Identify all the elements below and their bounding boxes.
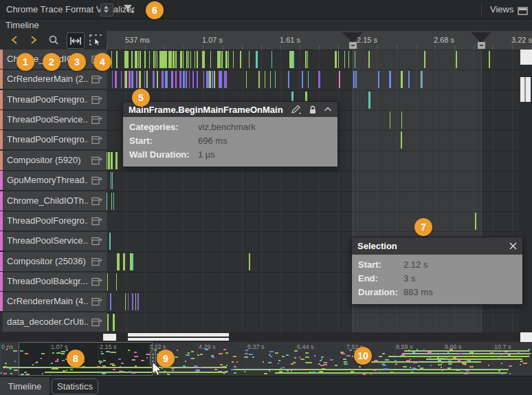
tab-statistics[interactable]: Statistics xyxy=(52,378,98,394)
trace-event[interactable] xyxy=(159,51,161,68)
trace-event[interactable] xyxy=(226,51,227,68)
trace-event[interactable] xyxy=(348,51,349,68)
trace-event[interactable] xyxy=(339,71,340,88)
trace-event[interactable] xyxy=(240,51,241,68)
trace-event[interactable] xyxy=(116,273,117,290)
trace-event[interactable] xyxy=(117,51,118,68)
trace-event[interactable] xyxy=(219,71,220,88)
trace-event[interactable] xyxy=(115,71,115,88)
tab-timeline[interactable]: Timeline xyxy=(0,377,49,395)
trace-event[interactable] xyxy=(249,51,250,68)
trace-event[interactable] xyxy=(192,71,194,88)
expand-track-button[interactable] xyxy=(91,135,102,147)
trace-event[interactable] xyxy=(173,51,175,68)
expand-track-button[interactable] xyxy=(91,297,102,309)
trace-event[interactable] xyxy=(338,51,339,68)
trace-event[interactable] xyxy=(368,51,370,68)
trace-event[interactable] xyxy=(169,51,171,68)
trace-event[interactable] xyxy=(131,71,133,88)
selection-popup-titlebar[interactable]: Selection xyxy=(352,237,522,255)
trace-event[interactable] xyxy=(389,71,391,88)
selection-handle-right-knob[interactable] xyxy=(478,42,485,49)
trace-event[interactable] xyxy=(113,314,115,331)
trace-event[interactable] xyxy=(165,71,167,88)
trace-event[interactable] xyxy=(355,51,355,68)
trace-event[interactable] xyxy=(288,71,289,88)
trace-event[interactable] xyxy=(183,71,185,88)
trace-event[interactable] xyxy=(125,51,127,68)
edit-title-button[interactable] xyxy=(291,105,302,114)
trace-event[interactable] xyxy=(228,51,229,68)
trace-event[interactable] xyxy=(111,152,113,169)
trace-event[interactable] xyxy=(138,51,139,68)
trace-event[interactable] xyxy=(175,51,177,68)
trace-event[interactable] xyxy=(489,51,490,68)
previous-item-button[interactable] xyxy=(6,32,23,47)
expand-track-button[interactable] xyxy=(91,95,102,107)
trace-event[interactable] xyxy=(270,71,271,88)
expand-track-button[interactable] xyxy=(91,257,102,269)
trace-event[interactable] xyxy=(115,71,117,88)
trace-event[interactable] xyxy=(123,253,125,270)
trace-event[interactable] xyxy=(208,71,209,88)
trace-event[interactable] xyxy=(206,71,207,88)
trace-event[interactable] xyxy=(111,51,112,68)
trace-event[interactable] xyxy=(186,51,188,68)
expand-track-button[interactable] xyxy=(91,156,102,168)
trace-event[interactable] xyxy=(318,71,320,88)
trace-event[interactable] xyxy=(144,51,146,68)
trace-event[interactable] xyxy=(424,51,425,68)
trace-event[interactable] xyxy=(221,51,222,68)
trace-event[interactable] xyxy=(308,71,309,88)
trace-event[interactable] xyxy=(135,293,136,310)
trace-event[interactable] xyxy=(111,293,111,310)
track-row[interactable]: Compositor (5920) xyxy=(0,151,107,171)
trace-event[interactable] xyxy=(180,51,181,68)
fit-to-width-button[interactable] xyxy=(67,32,85,49)
trace-event[interactable] xyxy=(183,51,184,68)
trace-event[interactable] xyxy=(246,71,247,88)
trace-event[interactable] xyxy=(209,71,211,88)
trace-event[interactable] xyxy=(188,51,189,68)
trace-event[interactable] xyxy=(107,273,108,290)
trace-event[interactable] xyxy=(107,314,109,331)
trace-event[interactable] xyxy=(153,71,155,88)
selection-handle-right[interactable] xyxy=(471,32,491,43)
trace-event[interactable] xyxy=(107,193,107,210)
track-row[interactable]: ThreadPoolForegro... xyxy=(0,130,107,151)
track-row[interactable]: ThreadPoolService... xyxy=(0,231,107,252)
expand-track-button[interactable] xyxy=(91,236,102,248)
trace-event[interactable] xyxy=(421,71,423,88)
track-row[interactable]: ThreadPoolBackgr... xyxy=(0,272,107,292)
next-item-button[interactable] xyxy=(25,32,42,47)
trace-event[interactable] xyxy=(135,51,137,68)
hscroll-block[interactable] xyxy=(103,334,116,341)
trace-event[interactable] xyxy=(133,253,133,270)
trace-event[interactable] xyxy=(195,51,195,68)
trace-event[interactable] xyxy=(140,51,141,68)
trace-event[interactable] xyxy=(186,71,187,88)
expand-track-button[interactable] xyxy=(91,74,102,87)
trace-event[interactable] xyxy=(368,92,370,109)
visualizer-selector[interactable]: Chrome Trace Format Visualizer xyxy=(6,4,135,14)
trace-event[interactable] xyxy=(249,253,250,270)
trace-event[interactable] xyxy=(116,51,117,68)
horizontal-scrollbar-thumb[interactable] xyxy=(128,333,229,341)
trace-event[interactable] xyxy=(132,293,133,310)
trace-event[interactable] xyxy=(190,51,191,68)
trace-event[interactable] xyxy=(109,233,111,250)
trace-event[interactable] xyxy=(125,71,127,88)
time-ruler[interactable]: 537 ms1.07 s1.61 s2.15 s2.68 s3.22 s xyxy=(107,31,532,50)
trace-event[interactable] xyxy=(475,213,476,230)
trace-event[interactable] xyxy=(175,71,177,88)
selection-handle-left-knob[interactable] xyxy=(349,42,357,49)
vertical-scrollbar-segment[interactable] xyxy=(520,77,531,102)
track-row[interactable]: data_decoder.CrUti... xyxy=(0,312,107,333)
event-tooltip-titlebar[interactable]: MainFrame.BeginMainFrameOnMain xyxy=(123,102,337,117)
trace-event[interactable] xyxy=(214,71,215,88)
filter-button[interactable] xyxy=(123,4,135,17)
trace-event[interactable] xyxy=(125,293,126,310)
pin-button[interactable] xyxy=(309,105,317,114)
trace-event[interactable] xyxy=(265,71,265,88)
track-row[interactable]: ThreadPoolService... xyxy=(0,110,107,131)
